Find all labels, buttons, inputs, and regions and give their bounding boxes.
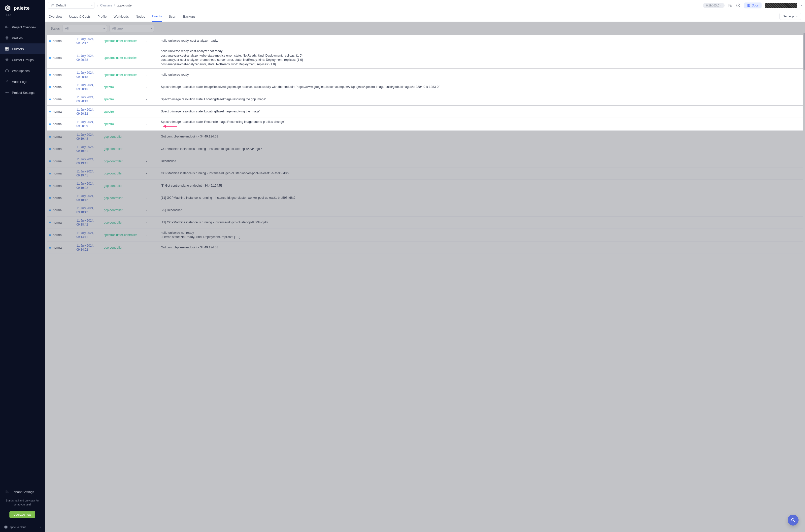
- time-filter[interactable]: All time ▾: [110, 25, 154, 32]
- event-time: 11 July 2024, 09:19:41: [76, 157, 94, 165]
- event-dash: -: [146, 97, 147, 101]
- time-filter-value: All time: [112, 26, 123, 30]
- table-row[interactable]: normal11 July 2024, 09:20:09spectro-Spec…: [47, 118, 803, 131]
- table-row[interactable]: normal11 July 2024, 09:20:12spectro-Spec…: [47, 106, 803, 118]
- event-message-line: [11] GCPMachine instance is running - in…: [161, 196, 801, 200]
- status-dot-icon: [49, 234, 51, 236]
- sidebar-item-audit-logs[interactable]: Audit Logs: [0, 76, 45, 87]
- event-message: Spectro image resolution state 'ImageRes…: [161, 85, 801, 89]
- stack-icon: [5, 36, 9, 40]
- settings-button[interactable]: Settings ⌄: [780, 13, 801, 20]
- topbar: Default ▾ / Clusters / gcp-cluster 0.29/…: [45, 0, 805, 11]
- status-filter-value: All: [65, 26, 69, 30]
- scrollbar-thumb[interactable]: [804, 33, 805, 70]
- table-row[interactable]: normal11 July 2024, 09:19:02gcp-controll…: [47, 179, 803, 192]
- event-source: gcp-controller: [104, 246, 122, 249]
- event-message-line: Reconciled: [161, 159, 801, 164]
- breadcrumb: / Clusters / gcp-cluster: [97, 3, 133, 7]
- table-row[interactable]: normal11 July 2024, 09:20:18spectroclust…: [47, 69, 803, 81]
- table-row[interactable]: normal11 July 2024, 09:18:42gcp-controll…: [47, 216, 803, 229]
- event-message: Got control-plane endpoint - 34.49.124.5…: [161, 245, 801, 250]
- sidebar-item-workspaces[interactable]: Workspaces: [0, 65, 45, 76]
- table-row[interactable]: normal11 July 2024, 09:18:42gcp-controll…: [47, 192, 803, 204]
- tab-nodes[interactable]: Nodes: [136, 11, 145, 22]
- svg-rect-3: [7, 49, 8, 50]
- event-dash: -: [146, 159, 147, 163]
- sidebar-item-cluster-groups[interactable]: Cluster Groups: [0, 54, 45, 65]
- sidebar-item-profiles[interactable]: Profiles: [0, 33, 45, 43]
- event-message-line: [25] Reconciled: [161, 208, 801, 213]
- sidebar-item-tenant-settings[interactable]: Tenant Settings: [0, 486, 45, 497]
- event-message-line: cost-analyzer-cost-analyzer-prometheus-s…: [161, 58, 801, 62]
- project-select[interactable]: Default ▾: [47, 2, 95, 9]
- breadcrumb-parent[interactable]: Clusters: [100, 3, 112, 7]
- svg-rect-11: [51, 6, 52, 7]
- tab-scan[interactable]: Scan: [169, 11, 176, 22]
- event-message: Spectro image resolution state 'Locating…: [161, 97, 801, 102]
- table-row[interactable]: normal11 July 2024, 09:14:02gcp-controll…: [47, 242, 803, 253]
- status-filter[interactable]: All ▾: [62, 25, 107, 32]
- tab-usage-costs[interactable]: Usage & Costs: [69, 11, 91, 22]
- tab-workloads[interactable]: Workloads: [114, 11, 129, 22]
- compass-icon[interactable]: [736, 3, 741, 8]
- event-message-line: hello-universe ready. cost-analyzer not …: [161, 49, 801, 54]
- event-message-line: cost-analyzer-cost-analyzer error, state…: [161, 62, 801, 67]
- briefcase-icon: [5, 69, 9, 73]
- event-dash: -: [146, 56, 147, 60]
- upgrade-button[interactable]: Upgrade now: [9, 511, 35, 518]
- status-dot-icon: [49, 160, 51, 162]
- tab-overview[interactable]: Overview: [49, 11, 62, 22]
- svg-rect-7: [5, 70, 8, 72]
- event-dash: -: [146, 208, 147, 212]
- promo-text: Start small and only pay for what you us…: [0, 497, 45, 510]
- table-row[interactable]: normal11 July 2024, 09:19:41gcp-controll…: [47, 168, 803, 179]
- svg-point-8: [6, 92, 7, 93]
- table-row[interactable]: normal11 July 2024, 09:19:41gcp-controll…: [47, 155, 803, 167]
- sidebar-item-clusters[interactable]: Clusters: [0, 43, 45, 54]
- event-time: 11 July 2024, 09:19:41: [76, 145, 94, 153]
- table-row[interactable]: normal11 July 2024, 09:20:15spectro-Spec…: [47, 81, 803, 93]
- sidebar-item-project-settings[interactable]: Project Settings: [0, 87, 45, 98]
- chevron-left-icon: ‹: [40, 526, 41, 529]
- event-source: spectro: [104, 110, 114, 113]
- status-text: normal: [53, 56, 62, 60]
- event-message: hello-universe ready.: [161, 73, 801, 77]
- settings-label: Settings: [783, 14, 794, 18]
- event-message: Reconciled: [161, 159, 801, 164]
- tab-events[interactable]: Events: [152, 11, 162, 22]
- tab-profile[interactable]: Profile: [97, 11, 107, 22]
- user-menu[interactable]: [765, 3, 797, 8]
- event-time: 11 July 2024, 09:14:02: [76, 244, 94, 251]
- table-row[interactable]: normal11 July 2024, 09:19:43gcp-controll…: [47, 131, 803, 143]
- status-text: normal: [53, 233, 62, 237]
- event-message: Got control-plane endpoint - 34.49.124.5…: [161, 134, 801, 139]
- tenant-switcher[interactable]: spectro cloud ‹: [0, 522, 45, 532]
- event-source: gcp-controller: [104, 221, 122, 224]
- status-dot-icon: [49, 136, 51, 138]
- nav-label: Project Settings: [12, 91, 35, 95]
- chat-icon[interactable]: [728, 3, 732, 8]
- table-row[interactable]: normal11 July 2024, 09:20:13spectro-Spec…: [47, 93, 803, 106]
- events-table: normal11 July 2024, 09:22:17spectroclust…: [47, 35, 803, 254]
- event-source: spectrocluster-controller: [104, 56, 137, 60]
- status-dot-icon: [49, 123, 51, 125]
- sidebar-item-project-overview[interactable]: Project Overview: [0, 22, 45, 33]
- docs-button[interactable]: Docs: [744, 2, 762, 8]
- table-row[interactable]: normal11 July 2024, 09:22:17spectroclust…: [47, 35, 803, 47]
- book-icon: [747, 4, 750, 7]
- table-row[interactable]: normal11 July 2024, 09:14:41spectroclust…: [47, 229, 803, 242]
- event-dash: -: [146, 184, 147, 188]
- table-row[interactable]: normal11 July 2024, 09:18:42gcp-controll…: [47, 204, 803, 216]
- status-dot-icon: [49, 148, 51, 150]
- status-text: normal: [53, 39, 62, 43]
- table-row[interactable]: normal11 July 2024, 09:19:41gcp-controll…: [47, 143, 803, 155]
- event-message: GCPMachine instance is running - instanc…: [161, 171, 801, 176]
- tab-backups[interactable]: Backups: [183, 11, 195, 22]
- event-time: 11 July 2024, 09:20:18: [76, 71, 94, 78]
- status-text: normal: [53, 221, 62, 224]
- app-version: 4.4.7: [0, 13, 45, 22]
- event-source: gcp-controller: [104, 159, 122, 163]
- table-row[interactable]: normal11 July 2024, 09:20:38spectroclust…: [47, 47, 803, 69]
- search-fab[interactable]: [788, 515, 799, 526]
- event-message: hello-universe ready. cost-analyzer not …: [161, 49, 801, 66]
